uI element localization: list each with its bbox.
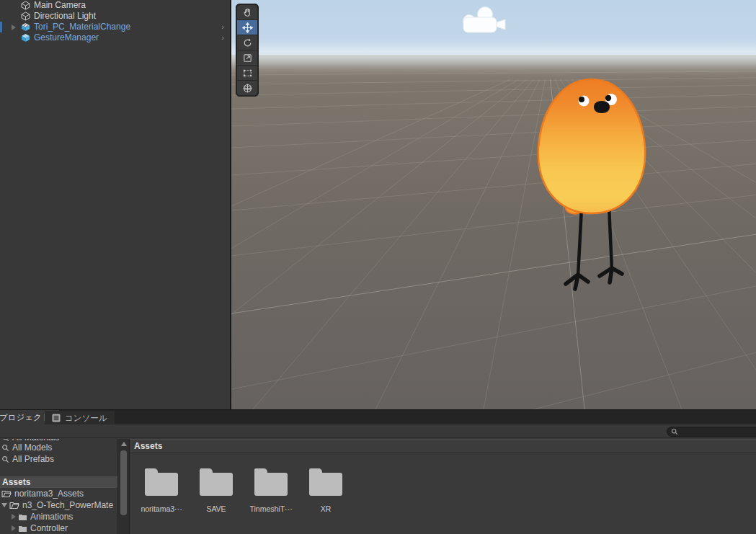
hand-tool-button[interactable] (237, 5, 257, 19)
hierarchy-item-label: GestureManager (34, 32, 99, 43)
folder-icon (200, 473, 233, 496)
assets-header-label: Assets (134, 441, 162, 451)
rotate-icon (242, 37, 253, 48)
hierarchy-item-tori-pc[interactable]: Tori_PC_MaterialChange › (0, 22, 230, 32)
tree-item-label: Assets (2, 476, 30, 488)
move-tool-button[interactable] (237, 20, 257, 35)
folder-item[interactable]: XR (300, 468, 352, 513)
rotate-tool-button[interactable] (237, 35, 257, 50)
hierarchy-item-label: Directional Light (34, 11, 96, 22)
scene-toolbar (236, 4, 259, 97)
hierarchy-panel: Main Camera Directional Light Tori_PC_Ma… (0, 0, 230, 409)
search-icon (671, 428, 678, 435)
search-input[interactable] (681, 428, 753, 436)
transform-icon (242, 83, 253, 94)
foldout-closed-icon[interactable] (12, 525, 16, 531)
tree-item-label: All Models (12, 442, 52, 453)
project-toolbar (0, 424, 756, 438)
move-icon (242, 22, 253, 33)
tree-item-all-prefabs[interactable]: All Prefabs (0, 453, 117, 465)
tree-item-label: Animations (30, 511, 73, 522)
transform-tool-button[interactable] (237, 81, 257, 95)
project-folder-tree: All Materials All Models All Prefabs Ass… (0, 439, 117, 534)
scale-tool-button[interactable] (237, 50, 257, 65)
hierarchy-item-directional-light[interactable]: Directional Light (0, 11, 230, 22)
tab-project-label: プロジェクト (0, 412, 50, 423)
folder-icon (18, 513, 27, 521)
folder-label: TinmeshiT⋯ (245, 504, 297, 513)
foldout-arrow-icon[interactable] (12, 25, 16, 30)
folder-icon (254, 473, 288, 496)
tree-item-label: n3_O-Tech_PowerMate (22, 499, 113, 511)
prefab-model-cube-icon (21, 22, 30, 32)
prefab-open-chevron-icon[interactable]: › (221, 32, 224, 43)
unity-editor-window: Main Camera Directional Light Tori_PC_Ma… (0, 0, 756, 534)
scrollbar-thumb[interactable] (120, 450, 127, 515)
tree-item-noritama3-assets[interactable]: noritama3_Assets (0, 488, 117, 499)
tree-item-label: All Prefabs (12, 453, 54, 465)
hierarchy-item-main-camera[interactable]: Main Camera (0, 0, 230, 11)
scene-view[interactable] (231, 0, 756, 409)
folder-label: XR (300, 504, 352, 513)
folder-label: noritama3⋯ (135, 504, 187, 513)
rect-icon (242, 68, 253, 79)
search-icon (1, 444, 9, 452)
folder-icon (309, 473, 342, 496)
scrollbar-up-arrow-icon[interactable] (121, 442, 127, 446)
project-content: All Materials All Models All Prefabs Ass… (0, 439, 756, 534)
rect-tool-button[interactable] (237, 66, 257, 80)
scale-icon (242, 53, 253, 63)
bottom-tab-bar: プロジェクト コンソール (0, 409, 756, 424)
folder-item[interactable]: SAVE (190, 468, 242, 513)
tree-item-n3-otech[interactable]: n3_O-Tech_PowerMate (0, 499, 117, 511)
folder-item[interactable]: noritama3⋯ (135, 468, 187, 513)
folder-icon (18, 525, 27, 533)
bird-character[interactable] (231, 0, 756, 409)
hierarchy-item-label: Tori_PC_MaterialChange (34, 22, 130, 32)
search-icon (1, 439, 9, 442)
console-icon (52, 414, 61, 422)
assets-panel: Assets noritama3⋯ SAVE TinmeshiT⋯ XR (130, 439, 756, 534)
folder-open-icon (9, 501, 19, 509)
bird-body (538, 79, 645, 213)
hierarchy-item-label: Main Camera (34, 0, 86, 11)
folder-label: SAVE (190, 504, 242, 513)
folder-icon (145, 473, 178, 496)
tree-item-label: Controller (30, 522, 68, 534)
bird-legs (566, 207, 622, 289)
tree-item-assets[interactable]: Assets (0, 476, 117, 488)
gameobject-cube-icon (21, 1, 30, 10)
tree-item-controller[interactable]: Controller (0, 522, 117, 534)
search-icon (1, 455, 9, 463)
tree-item-animations[interactable]: Animations (0, 511, 117, 522)
tree-scrollbar[interactable] (117, 439, 129, 534)
search-field[interactable] (667, 427, 756, 437)
prefab-open-chevron-icon[interactable]: › (221, 22, 224, 32)
hierarchy-selection-accent (0, 22, 2, 32)
bird-beak (594, 101, 610, 113)
hand-icon (242, 7, 253, 18)
tree-item-all-models[interactable]: All Models (0, 442, 117, 453)
tab-console-label: コンソール (65, 413, 107, 424)
tab-console[interactable]: コンソール (45, 411, 115, 424)
project-console-panel: プロジェクト コンソール (0, 409, 756, 534)
foldout-closed-icon[interactable] (12, 514, 16, 520)
foldout-open-icon[interactable] (1, 503, 7, 507)
hierarchy-item-gesturemanager[interactable]: GestureManager › (0, 32, 230, 43)
prefab-cube-icon (21, 33, 30, 43)
gameobject-cube-icon (21, 12, 30, 21)
tree-item-label: noritama3_Assets (14, 488, 84, 499)
folder-item[interactable]: TinmeshiT⋯ (245, 468, 297, 513)
assets-breadcrumb-header: Assets (130, 439, 756, 453)
folder-open-icon (1, 489, 12, 498)
